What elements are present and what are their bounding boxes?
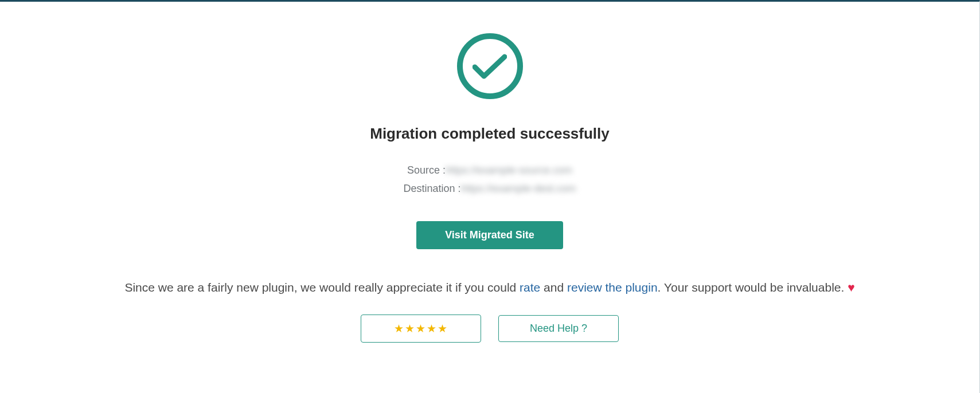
success-check-icon <box>457 33 523 99</box>
appreciation-part3: . Your support would be invaluable. <box>658 281 848 294</box>
appreciation-text: Since we are a fairly new plugin, we wou… <box>79 281 900 294</box>
page-title: Migration completed successfully <box>370 125 610 143</box>
need-help-button[interactable]: Need Help ? <box>498 315 619 342</box>
source-label: Source : <box>407 164 446 176</box>
rate-stars-button[interactable]: ★★★★★ <box>361 315 481 343</box>
source-value: https://example-source.com <box>446 164 572 176</box>
visit-migrated-site-button[interactable]: Visit Migrated Site <box>416 221 563 249</box>
appreciation-part1: Since we are a fairly new plugin, we wou… <box>124 281 520 294</box>
review-link[interactable]: review the plugin <box>567 281 658 294</box>
destination-value: https://example-dest.com <box>460 183 576 194</box>
rate-link[interactable]: rate <box>520 281 540 294</box>
destination-label: Destination : <box>403 183 460 194</box>
migration-info: Source :https://example-source.com Desti… <box>403 161 576 198</box>
star-icons: ★★★★★ <box>394 322 448 335</box>
heart-icon: ♥ <box>848 281 854 294</box>
appreciation-part2: and <box>540 281 567 294</box>
